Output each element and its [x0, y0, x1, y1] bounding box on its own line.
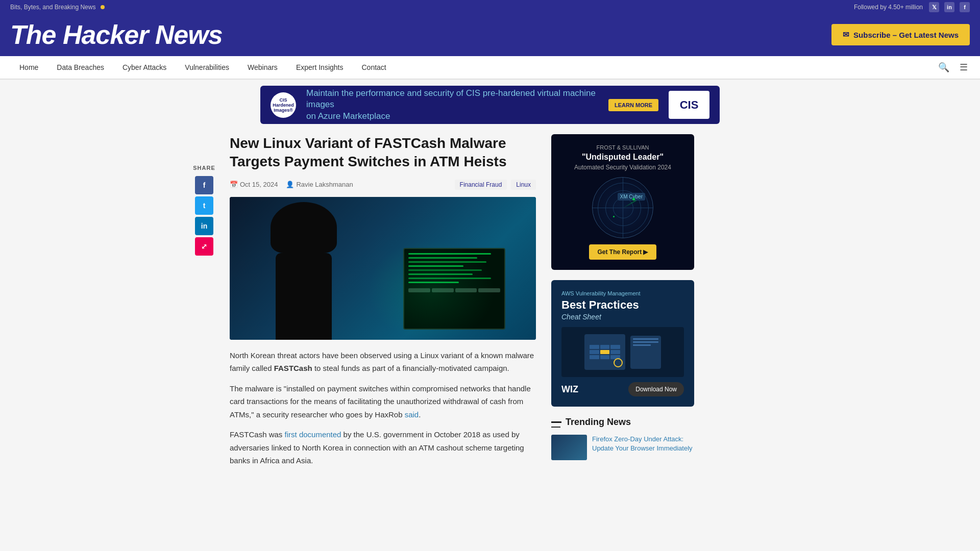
share-twitter-button[interactable]: t [195, 196, 213, 215]
social-links: 𝕏 in f [929, 2, 970, 12]
article-tags: Financial Fraud Linux [455, 180, 536, 190]
fastcash-bold: FASTCash [274, 364, 312, 372]
nav-vulnerabilities[interactable]: Vulnerabilities [176, 56, 238, 79]
ad-text-line1: Maintain the performance and security of [306, 88, 463, 98]
ad-text: Maintain the performance and security of… [306, 88, 598, 121]
followers-text: Followed by 4.50+ million [854, 4, 923, 11]
ad1-brand: XM Cyber [620, 194, 643, 199]
article-paragraph-1: North Korean threat actors have been obs… [230, 349, 536, 375]
ad2-footer: WIZ Download Now [561, 382, 684, 396]
site-title[interactable]: The Hacker News [10, 19, 223, 50]
header: The Hacker News ✉ Subscribe – Get Latest… [0, 14, 980, 56]
article-meta-left: 📅 Oct 15, 2024 👤 Ravie Lakshmanan [230, 181, 353, 188]
main-container: SHARE f t in ⤢ New Linux Variant of FAST… [184, 134, 796, 474]
trending-header: — Trending News [551, 417, 694, 428]
nav-icons: 🔍 ☰ [936, 60, 970, 75]
ad2-desc: Cheat Sheet [561, 313, 684, 321]
calendar-icon: 📅 [230, 181, 238, 188]
trending-section: — Trending News Firefox Zero-Day Under A… [551, 417, 694, 460]
ad1-btn-label: Get The Report ▶ [597, 248, 648, 256]
share-facebook-button[interactable]: f [195, 176, 213, 194]
article-paragraph-3: FASTCash was first documented by the U.S… [230, 428, 536, 467]
trending-item-text-1[interactable]: Firefox Zero-Day Under Attack: Update Yo… [592, 435, 694, 453]
trending-item-1: Firefox Zero-Day Under Attack: Update Yo… [551, 435, 694, 460]
first-documented-link[interactable]: first documented [285, 430, 341, 439]
facebook-icon[interactable]: f [960, 2, 970, 12]
ad2-download-button[interactable]: Download Now [628, 382, 684, 396]
sidebar: FROST & SULLIVAN "Undisputed Leader" Aut… [551, 134, 694, 474]
ad-text-line3: on Azure Marketplace [306, 111, 390, 121]
twitter-icon[interactable]: 𝕏 [929, 2, 939, 12]
ad-cis-logo-large: CIS [669, 91, 709, 119]
ad-cis-logo-small: CIS Hardened Images® [271, 92, 296, 118]
ad2-graphic [561, 327, 684, 377]
ad-learn-more-button[interactable]: LEARN MORE [608, 99, 658, 111]
subscribe-label: Subscribe – Get Latest News [853, 31, 959, 39]
article-main: New Linux Variant of FASTCash Malware Ta… [230, 134, 536, 474]
share-sidebar: SHARE f t in ⤢ [194, 134, 214, 474]
trending-thumb-1 [551, 435, 587, 460]
nav-cyber-attacks[interactable]: Cyber Attacks [113, 56, 176, 79]
author-name: Ravie Lakshmanan [296, 181, 353, 188]
ad-logo-text: CIS Hardened Images® [271, 97, 296, 113]
author-icon: 👤 [286, 181, 294, 188]
article-image [230, 197, 536, 340]
share-linkedin-button[interactable]: in [195, 217, 213, 235]
tag-financial-fraud[interactable]: Financial Fraud [455, 180, 507, 190]
article-author: 👤 Ravie Lakshmanan [286, 181, 353, 188]
article-meta: 📅 Oct 15, 2024 👤 Ravie Lakshmanan Financ… [230, 180, 536, 190]
envelope-icon: ✉ [843, 30, 849, 39]
tagline: Bits, Bytes, and Breaking News [10, 4, 95, 11]
nav-home[interactable]: Home [10, 56, 47, 79]
share-other-button[interactable]: ⤢ [195, 237, 213, 256]
trending-label: Trending News [566, 417, 631, 428]
nav-expert-insights[interactable]: Expert Insights [287, 56, 353, 79]
top-bar-right: Followed by 4.50+ million 𝕏 in f [854, 2, 970, 12]
ad2-sub: AWS Vulnerability Management [561, 290, 684, 296]
cis-logo-text: CIS [680, 98, 699, 112]
radar-graphic: XM Cyber [592, 177, 653, 238]
ad2-title: Best Practices [561, 298, 684, 312]
main-nav: Home Data Breaches Cyber Attacks Vulnera… [0, 56, 980, 80]
nav-data-breaches[interactable]: Data Breaches [47, 56, 113, 79]
nav-webinars[interactable]: Webinars [238, 56, 287, 79]
ad1-desc: Automated Security Validation 2024 [561, 164, 684, 171]
nav-contact[interactable]: Contact [352, 56, 395, 79]
ad1-company: FROST & SULLIVAN [561, 144, 684, 151]
linkedin-icon[interactable]: in [944, 2, 954, 12]
ad2-btn-label: Download Now [635, 386, 677, 393]
said-link[interactable]: said [405, 410, 419, 419]
sidebar-ad-wiz: AWS Vulnerability Management Best Practi… [551, 280, 694, 407]
top-bar: Bits, Bytes, and Breaking News Followed … [0, 0, 980, 14]
menu-button[interactable]: ☰ [958, 60, 970, 75]
nav-links: Home Data Breaches Cyber Attacks Vulnera… [10, 56, 396, 79]
subscribe-button[interactable]: ✉ Subscribe – Get Latest News [831, 24, 970, 45]
sidebar-ad-xmcyber: FROST & SULLIVAN "Undisputed Leader" Aut… [551, 134, 694, 270]
article-date: 📅 Oct 15, 2024 [230, 181, 278, 188]
ad-banner: CIS Hardened Images® Maintain the perfor… [260, 86, 720, 124]
article-title: New Linux Variant of FASTCash Malware Ta… [230, 134, 536, 171]
share-label: SHARE [193, 165, 215, 171]
top-bar-left: Bits, Bytes, and Breaking News [10, 4, 105, 11]
ad1-quote: "Undisputed Leader" [561, 153, 684, 162]
article-body: North Korean threat actors have been obs… [230, 349, 536, 467]
live-indicator [101, 5, 105, 9]
trending-bar-icon: — [551, 421, 561, 423]
ad1-cta-button[interactable]: Get The Report ▶ [589, 244, 656, 260]
article-paragraph-2: The malware is "installed on payment swi… [230, 382, 536, 421]
tag-linux[interactable]: Linux [511, 180, 536, 190]
date-text: Oct 15, 2024 [240, 181, 278, 188]
wiz-logo: WIZ [561, 384, 578, 395]
search-button[interactable]: 🔍 [936, 60, 951, 75]
